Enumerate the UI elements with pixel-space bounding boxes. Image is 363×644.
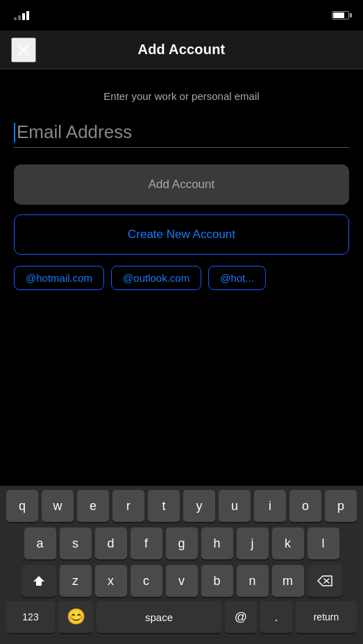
key-o[interactable]: o xyxy=(289,490,321,522)
email-suggestions: @hotmail.com @outlook.com @hot... xyxy=(14,266,349,290)
key-e[interactable]: e xyxy=(77,490,109,522)
period-key[interactable]: . xyxy=(260,601,292,633)
key-p[interactable]: p xyxy=(325,490,357,522)
signal-icon xyxy=(14,10,29,20)
page-title: Add Account xyxy=(138,42,226,58)
space-key[interactable]: space xyxy=(96,601,221,633)
key-m[interactable]: m xyxy=(272,565,304,597)
key-i[interactable]: i xyxy=(254,490,286,522)
suggestion-outlook[interactable]: @outlook.com xyxy=(111,266,201,290)
shift-icon xyxy=(32,574,46,588)
key-d[interactable]: d xyxy=(95,527,127,559)
key-h[interactable]: h xyxy=(201,527,233,559)
backspace-icon xyxy=(317,575,332,586)
text-cursor xyxy=(14,123,15,142)
suggestion-hotmail[interactable]: @hotmail.com xyxy=(14,266,104,290)
create-account-button[interactable]: Create New Account xyxy=(14,214,349,255)
close-button[interactable] xyxy=(11,37,36,62)
key-s[interactable]: s xyxy=(60,527,92,559)
key-w[interactable]: w xyxy=(42,490,74,522)
keyboard-row-4: 123 😊 space @ . return xyxy=(0,598,363,644)
at-key[interactable]: @ xyxy=(225,601,257,633)
key-c[interactable]: c xyxy=(130,565,162,597)
status-bar xyxy=(0,0,363,31)
key-y[interactable]: y xyxy=(183,490,215,522)
emoji-key[interactable]: 😊 xyxy=(58,601,93,633)
status-left xyxy=(14,10,29,20)
key-a[interactable]: a xyxy=(24,527,56,559)
key-l[interactable]: l xyxy=(307,527,339,559)
keyboard-row-2: a s d f g h j k l xyxy=(0,523,363,561)
subtitle-text: Enter your work or personal email xyxy=(14,90,349,102)
keyboard-row-1: q w e r t y u i o p xyxy=(0,486,363,523)
key-q[interactable]: q xyxy=(6,490,38,522)
key-z[interactable]: z xyxy=(60,565,92,597)
status-right xyxy=(332,11,349,19)
key-f[interactable]: f xyxy=(130,527,162,559)
key-g[interactable]: g xyxy=(166,527,198,559)
key-b[interactable]: b xyxy=(201,565,233,597)
key-k[interactable]: k xyxy=(272,527,304,559)
email-placeholder: Email Address xyxy=(17,121,132,143)
key-u[interactable]: u xyxy=(219,490,251,522)
close-icon xyxy=(17,43,31,57)
battery-icon xyxy=(332,11,349,19)
key-n[interactable]: n xyxy=(237,565,269,597)
shift-key[interactable] xyxy=(22,565,56,597)
suggestion-hot[interactable]: @hot... xyxy=(208,266,266,290)
key-t[interactable]: t xyxy=(148,490,180,522)
key-x[interactable]: x xyxy=(95,565,127,597)
return-key[interactable]: return xyxy=(296,601,357,633)
keyboard: q w e r t y u i o p a s d f g h j k l z … xyxy=(0,486,363,644)
email-input-container[interactable]: Email Address xyxy=(14,121,349,148)
header: Add Account xyxy=(0,31,363,69)
key-j[interactable]: j xyxy=(237,527,269,559)
key-r[interactable]: r xyxy=(112,490,144,522)
numbers-key[interactable]: 123 xyxy=(6,601,55,633)
add-account-button[interactable]: Add Account xyxy=(14,164,349,205)
keyboard-row-3: z x c v b n m xyxy=(0,561,363,598)
backspace-key[interactable] xyxy=(307,565,342,597)
key-v[interactable]: v xyxy=(166,565,198,597)
content-area: Enter your work or personal email Email … xyxy=(0,69,363,304)
